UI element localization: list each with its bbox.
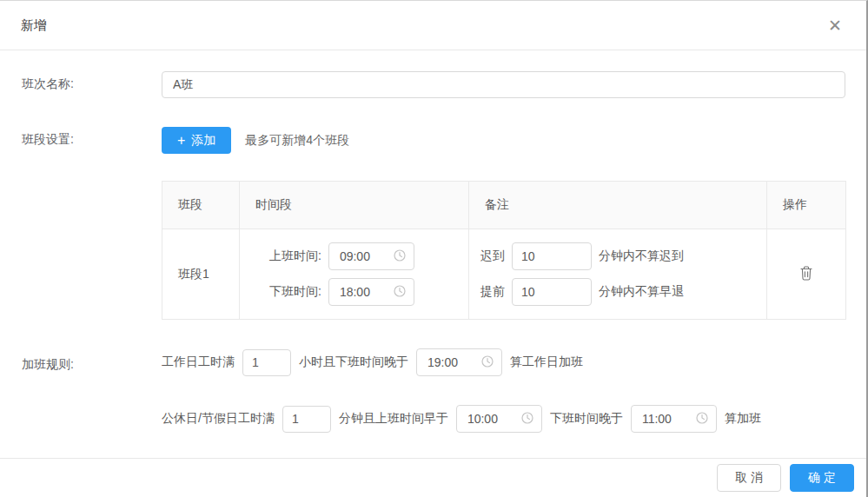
start-time-label: 上班时间:	[269, 248, 321, 264]
add-section-button-label: 添加	[191, 133, 215, 149]
header-section: 班段	[162, 182, 240, 229]
plus-icon: +	[177, 134, 185, 148]
start-time-value: 09:00	[340, 249, 370, 263]
clock-icon	[521, 412, 533, 427]
holiday-text-1: 公休日/节假日工时满	[162, 411, 275, 427]
shift-name-input[interactable]	[162, 71, 845, 98]
overtime-label: 加班规则:	[22, 352, 162, 373]
sections-table: 班段 时间段 备注 操作 班段1 上班时间: 09:00	[162, 181, 845, 320]
dialog-title: 新增	[21, 17, 47, 34]
workday-text-3: 算工作日加班	[510, 355, 583, 370]
holiday-end-time-value: 11:00	[642, 412, 672, 426]
trash-icon	[799, 270, 813, 283]
workday-text-2: 小时且下班时间晚于	[299, 355, 408, 370]
end-time-label: 下班时间:	[269, 284, 321, 300]
early-suffix: 分钟内不算早退	[599, 284, 684, 300]
close-icon[interactable]: ✕	[825, 14, 845, 37]
holiday-minutes-input[interactable]	[282, 406, 331, 433]
sections-hint: 最多可新增4个班段	[245, 133, 349, 149]
header-time-range: 时间段	[240, 182, 469, 229]
clock-icon	[696, 412, 708, 427]
table-header-row: 班段 时间段 备注 操作	[162, 182, 846, 229]
workday-end-time-value: 19:00	[427, 355, 458, 369]
late-suffix: 分钟内不算迟到	[599, 248, 684, 264]
start-time-picker[interactable]: 09:00	[328, 242, 414, 270]
workday-text-1: 工作日工时满	[162, 355, 235, 370]
header-note: 备注	[469, 182, 767, 229]
early-prefix: 提前	[480, 284, 505, 300]
header-action: 操作	[767, 182, 846, 229]
confirm-button[interactable]: 确 定	[790, 464, 854, 492]
section-name-cell: 班段1	[162, 229, 240, 320]
holiday-start-time-value: 10:00	[467, 412, 498, 426]
shift-name-row: 班次名称:	[0, 71, 866, 98]
holiday-start-time-picker[interactable]: 10:00	[456, 405, 542, 433]
clock-icon	[394, 249, 406, 264]
cancel-button[interactable]: 取 消	[717, 464, 781, 492]
delete-row-button[interactable]	[796, 262, 817, 287]
overtime-holiday-row: 公休日/节假日工时满 分钟且上班时间早于 10:00 下班时间晚于 11:00 …	[162, 405, 866, 433]
end-time-value: 18:00	[340, 285, 370, 299]
sections-label: 班段设置:	[22, 127, 162, 154]
sections-row: 班段设置: + 添加 最多可新增4个班段	[0, 127, 866, 154]
clock-icon	[481, 355, 494, 370]
late-prefix: 迟到	[480, 248, 505, 264]
holiday-end-time-picker[interactable]: 11:00	[631, 405, 717, 433]
add-shift-dialog: 新增 ✕ 班次名称: 班段设置: + 添加 最多可新增4个班段 班段	[0, 0, 868, 497]
overtime-workday-row: 加班规则: 工作日工时满 小时且下班时间晚于 19:00 算工作日加班	[0, 348, 866, 376]
dialog-footer: 取 消 确 定	[0, 458, 866, 497]
holiday-text-3: 下班时间晚于	[550, 411, 623, 427]
holiday-text-4: 算加班	[725, 411, 761, 427]
holiday-text-2: 分钟且上班时间早于	[339, 411, 448, 427]
late-minutes-input[interactable]	[512, 242, 592, 270]
add-section-button[interactable]: + 添加	[162, 127, 231, 154]
table-row: 班段1 上班时间: 09:00	[162, 229, 846, 320]
early-minutes-input[interactable]	[512, 278, 592, 306]
end-time-picker[interactable]: 18:00	[328, 278, 414, 306]
shift-name-label: 班次名称:	[22, 71, 162, 98]
workday-hours-input[interactable]	[242, 349, 291, 376]
dialog-header: 新增 ✕	[0, 1, 866, 50]
workday-end-time-picker[interactable]: 19:00	[416, 348, 502, 376]
clock-icon	[394, 285, 406, 300]
